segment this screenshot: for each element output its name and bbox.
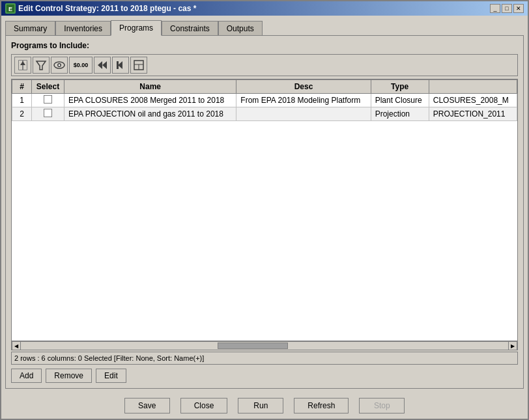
col-name: Name (64, 80, 236, 94)
scrollbar-track (30, 343, 499, 349)
horizontal-scrollbar[interactable]: ◀ ▶ (11, 341, 518, 350)
table-row: 2EPA PROJECTION oil and gas 2011 to 2018… (12, 107, 517, 121)
col-num: # (12, 80, 32, 94)
close-button[interactable]: ✕ (513, 4, 524, 13)
col-extra (429, 80, 517, 94)
edit-button[interactable]: Edit (96, 369, 126, 383)
window-title: Edit Control Strategy: 2011 to 2018 pteg… (18, 4, 196, 13)
move-up-button[interactable] (14, 57, 31, 74)
filter-button[interactable] (33, 57, 50, 74)
col-select: Select (32, 80, 64, 94)
main-content: Summary Inventories Programs Constraints… (1, 16, 528, 393)
svg-marker-11 (102, 61, 107, 69)
main-window: E Edit Control Strategy: 2011 to 2018 pt… (0, 0, 529, 420)
row-desc: From EPA 2018 Modeling Platform (236, 94, 371, 107)
status-text: 2 rows : 6 columns: 0 Selected [Filter: … (14, 354, 204, 362)
row-select[interactable] (32, 107, 64, 121)
tab-summary[interactable]: Summary (5, 21, 55, 36)
row-select[interactable] (32, 94, 64, 107)
bottom-bar: Save Close Run Refresh Stop (1, 393, 528, 419)
close-button[interactable]: Close (180, 398, 228, 413)
stop-button[interactable]: Stop (359, 398, 405, 413)
programs-table-container[interactable]: # Select Name Desc Type 1EPA CLOSURES 20… (11, 79, 518, 341)
svg-point-9 (59, 64, 61, 66)
row-extra: PROJECTION_2011 (429, 107, 517, 121)
col-type: Type (371, 80, 429, 94)
add-button[interactable]: Add (11, 369, 42, 383)
titlebar-buttons: _ □ ✕ (490, 4, 524, 13)
row-desc (236, 107, 371, 121)
tab-outputs[interactable]: Outputs (218, 21, 263, 36)
row-name: EPA PROJECTION oil and gas 2011 to 2018 (64, 107, 236, 121)
svg-text:E: E (8, 6, 12, 12)
panel-label: Programs to Include: (11, 41, 518, 50)
maximize-button[interactable]: □ (502, 4, 512, 13)
row-num: 2 (12, 107, 32, 121)
tab-bar: Summary Inventories Programs Constraints… (5, 20, 524, 35)
programs-panel: Programs to Include: (5, 35, 524, 389)
select-checkbox[interactable] (44, 95, 52, 104)
row-num: 1 (12, 94, 32, 107)
row-type: Projection (371, 107, 429, 121)
minimize-button[interactable]: _ (490, 4, 500, 13)
prev-button[interactable] (112, 57, 129, 74)
refresh-button[interactable]: Refresh (294, 398, 349, 413)
svg-marker-10 (98, 61, 102, 69)
col-desc: Desc (236, 80, 371, 94)
row-name: EPA CLOSURES 2008 Merged 2011 to 2018 (64, 94, 236, 107)
app-icon: E (5, 3, 16, 14)
row-actions: Add Remove Edit (11, 369, 518, 383)
status-bar: 2 rows : 6 columns: 0 Selected [Filter: … (11, 352, 518, 365)
scrollbar-thumb[interactable] (218, 343, 288, 349)
scroll-right-button[interactable]: ▶ (508, 341, 517, 350)
titlebar-left: E Edit Control Strategy: 2011 to 2018 pt… (5, 3, 196, 14)
table-row: 1EPA CLOSURES 2008 Merged 2011 to 2018Fr… (12, 94, 517, 107)
select-checkbox[interactable] (44, 109, 52, 117)
tab-constraints[interactable]: Constraints (162, 21, 218, 36)
save-button[interactable]: Save (124, 398, 170, 413)
tab-programs[interactable]: Programs (111, 20, 162, 36)
toolbar: $0.00 (11, 54, 518, 76)
layout-button[interactable] (130, 57, 147, 74)
svg-rect-13 (117, 61, 119, 69)
rewind-button[interactable] (94, 57, 111, 74)
view-button[interactable] (51, 57, 68, 74)
svg-marker-6 (36, 61, 46, 70)
programs-table: # Select Name Desc Type 1EPA CLOSURES 20… (12, 79, 517, 121)
titlebar: E Edit Control Strategy: 2011 to 2018 pt… (1, 1, 528, 16)
remove-button[interactable]: Remove (46, 369, 92, 383)
tab-inventories[interactable]: Inventories (55, 21, 111, 36)
scroll-left-button[interactable]: ◀ (12, 341, 21, 350)
svg-marker-12 (118, 61, 122, 69)
row-extra: CLOSURES_2008_M (429, 94, 517, 107)
row-type: Plant Closure (371, 94, 429, 107)
run-button[interactable]: Run (238, 398, 283, 413)
cost-button[interactable]: $0.00 (69, 57, 93, 74)
